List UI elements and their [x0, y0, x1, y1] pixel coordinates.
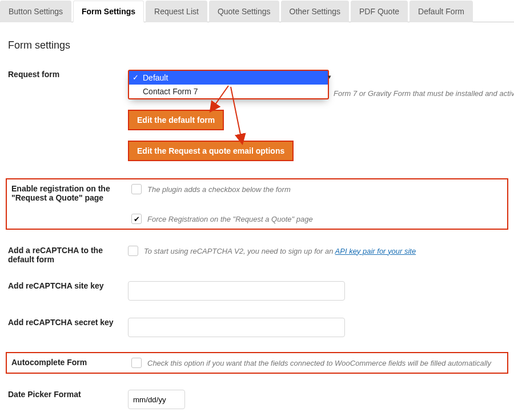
request-form-option-cf7[interactable]: Contact Form 7: [129, 85, 328, 98]
recaptcha-secret-input[interactable]: [128, 318, 345, 337]
autocomplete-highlight: Autocomplete Form Check this option if y…: [6, 352, 508, 374]
recaptcha-secret-label: Add reCAPTCHA secret key: [8, 318, 128, 327]
tab-button-settings[interactable]: Button Settings: [0, 1, 71, 22]
tab-other-settings[interactable]: Other Settings: [281, 1, 350, 22]
recaptcha-api-link[interactable]: API key pair for your site: [335, 247, 416, 255]
date-picker-label: Date Picker Format: [8, 390, 128, 399]
enable-registration-desc-2: Force Registration on the "Request a Quo…: [147, 215, 313, 223]
request-form-select[interactable]: Default Contact Form 7 ▾: [128, 70, 329, 99]
chevron-down-icon: ▾: [328, 73, 331, 81]
recaptcha-add-label: Add a reCAPTCHA to the default form: [8, 246, 128, 264]
autocomplete-checkbox[interactable]: [131, 358, 142, 368]
enable-registration-label: Enable registration on the "Request a Qu…: [11, 184, 131, 202]
request-form-hint: Form 7 or Gravity Form that must be inst…: [334, 89, 514, 98]
enable-registration-highlight: Enable registration on the "Request a Qu…: [6, 178, 508, 230]
enable-registration-checkbox[interactable]: [131, 184, 142, 194]
section-title: Form settings: [8, 39, 508, 51]
recaptcha-add-text-prefix: To start using reCAPTCHA V2, you need to…: [144, 247, 335, 255]
date-picker-input[interactable]: [128, 390, 185, 409]
request-form-option-default[interactable]: Default: [129, 71, 328, 85]
recaptcha-site-input[interactable]: [128, 281, 345, 301]
request-form-label: Request form: [8, 70, 128, 79]
edit-default-form-button[interactable]: Edit the default form: [128, 110, 224, 130]
recaptcha-add-desc: To start using reCAPTCHA V2, you need to…: [144, 247, 416, 255]
autocomplete-desc: Check this option if you want that the f…: [147, 359, 491, 367]
edit-email-options-button[interactable]: Edit the Request a quote email options: [128, 141, 294, 161]
autocomplete-label: Autocomplete Form: [11, 358, 131, 367]
enable-registration-desc-1: The plugin adds a checkbox below the for…: [147, 185, 291, 194]
tab-form-settings[interactable]: Form Settings: [73, 1, 144, 22]
recaptcha-site-label: Add reCAPTCHA site key: [8, 281, 128, 290]
tab-request-list[interactable]: Request List: [146, 1, 207, 22]
recaptcha-add-checkbox[interactable]: [128, 246, 138, 256]
tab-default-form[interactable]: Default Form: [409, 1, 473, 22]
force-registration-checkbox[interactable]: [131, 214, 142, 224]
settings-tabs: Button Settings Form Settings Request Li…: [0, 0, 514, 22]
tab-pdf-quote[interactable]: PDF Quote: [351, 1, 408, 22]
tab-quote-settings[interactable]: Quote Settings: [209, 1, 279, 22]
